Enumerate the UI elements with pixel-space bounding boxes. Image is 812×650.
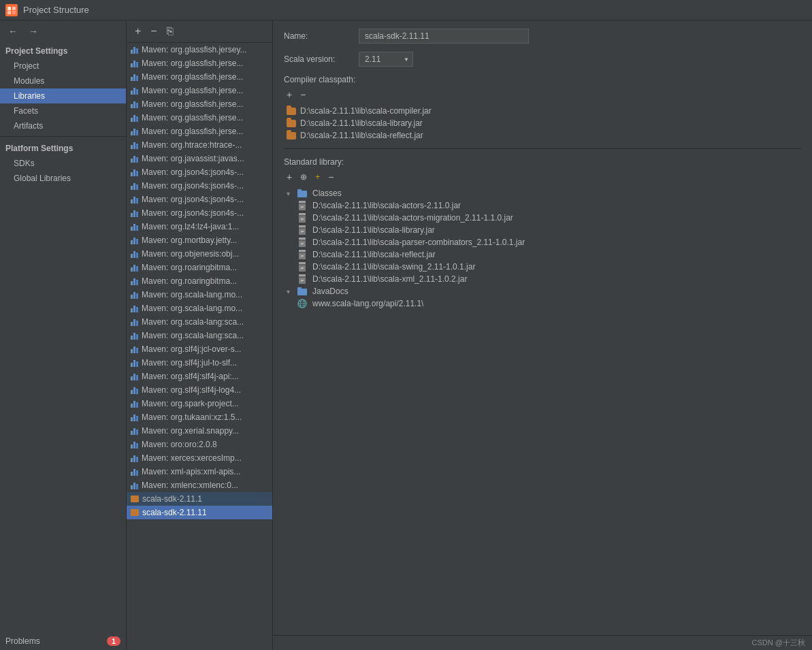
back-button[interactable]: ← [5, 25, 20, 38]
sidebar-item-facets[interactable]: Facets [0, 103, 126, 118]
remove-classpath-button[interactable]: − [297, 88, 308, 101]
project-settings-header: Project Settings [0, 42, 126, 59]
standard-library-toolbar: + ⊕ + − [284, 171, 801, 183]
lib-toolbar: + − ⎘ [127, 20, 272, 43]
javadocs-group: ▾ JavaDocs [284, 285, 801, 297]
remove-stdlib-button[interactable]: − [325, 171, 336, 183]
sidebar-item-project[interactable]: Project [0, 59, 126, 74]
bottom-bar: CSDN @十三秋 [273, 635, 812, 650]
list-item[interactable]: Maven: org.glassfish.jersey... [127, 43, 272, 56]
svg-rect-6 [297, 189, 302, 191]
list-item[interactable]: Maven: org.slf4j:jul-to-slf... [127, 356, 272, 370]
list-item[interactable]: Maven: xmlenc:xmlenc:0... [127, 478, 272, 492]
jar-item-3: jar D:\scala-2.11.1\lib\scala-library.ja… [284, 224, 801, 236]
list-item[interactable]: Maven: org.json4s:json4s-... [127, 179, 272, 193]
classes-toggle[interactable]: ▾ [287, 190, 295, 197]
svg-rect-3 [7, 11, 11, 14]
add-stdlib-button[interactable]: + [284, 171, 295, 183]
list-item[interactable]: Maven: org.scala-lang:sca... [127, 329, 272, 342]
list-item[interactable]: Maven: org.slf4j:slf4j-log4... [127, 383, 272, 397]
remove-library-button[interactable]: − [148, 25, 159, 38]
list-item[interactable]: Maven: org.tukaani:xz:1.5... [127, 410, 272, 424]
svg-text:jar: jar [300, 242, 304, 245]
svg-text:jar: jar [300, 266, 304, 270]
jar-icon: jar [297, 250, 307, 259]
problems-row[interactable]: Problems 1 [0, 632, 126, 650]
jar-item-5: jar D:\scala-2.11.1\lib\scala-reflect.ja… [284, 248, 801, 261]
javadocs-toggle[interactable]: ▾ [287, 288, 295, 295]
list-item[interactable]: Maven: org.slf4j:slf4j-api:... [127, 370, 272, 383]
scala-version-row: Scala version: 2.11 2.12 2.10 [284, 52, 801, 67]
jar-icon: jar [297, 213, 307, 223]
list-item[interactable]: Maven: org.javassist:javas... [127, 152, 272, 165]
svg-rect-21 [299, 240, 306, 241]
scala-sdk-2-item[interactable]: scala-sdk-2.11.11 [127, 506, 272, 519]
standard-library-title: Standard library: [284, 157, 801, 167]
sidebar: ← → Project Settings Project Modules Lib… [0, 20, 127, 650]
folder-icon [287, 132, 296, 140]
svg-rect-13 [299, 215, 306, 216]
list-item[interactable]: Maven: org.scala-lang.mo... [127, 288, 272, 302]
list-item[interactable]: Maven: org.htrace:htrace-... [127, 138, 272, 152]
list-item[interactable]: Maven: oro:oro:2.0.8 [127, 438, 272, 451]
divider [284, 148, 801, 149]
list-item[interactable]: Maven: org.glassfish.jerse... [127, 125, 272, 138]
list-item[interactable]: Maven: xerces:xercesImp... [127, 451, 272, 465]
svg-rect-25 [299, 252, 306, 253]
list-item[interactable]: Maven: org.roaringbitma... [127, 274, 272, 288]
list-item[interactable]: Maven: org.scala-lang.mo... [127, 302, 272, 315]
list-item[interactable]: Maven: org.slf4j:jcl-over-s... [127, 342, 272, 356]
svg-text:jar: jar [300, 217, 304, 221]
sidebar-item-libraries[interactable]: Libraries [0, 88, 126, 103]
list-item[interactable]: Maven: org.spark-project... [127, 397, 272, 410]
scala-version-select[interactable]: 2.11 2.12 2.10 [359, 52, 413, 67]
sidebar-item-modules[interactable]: Modules [0, 74, 126, 88]
add-stdlib-folder-button[interactable]: + [312, 172, 323, 182]
svg-rect-2 [12, 7, 16, 10]
name-label: Name: [284, 31, 352, 41]
list-item[interactable]: Maven: org.glassfish.jerse... [127, 70, 272, 84]
right-content: Name: Scala version: 2.11 2.12 2.10 Comp… [273, 20, 812, 635]
list-item[interactable]: Maven: org.scala-lang:sca... [127, 315, 272, 329]
list-item[interactable]: Maven: org.glassfish.jerse... [127, 97, 272, 111]
classpath-item-1: D:\scala-2.11.1\lib\scala-compiler.jar [284, 105, 801, 117]
right-panel: Name: Scala version: 2.11 2.12 2.10 Comp… [273, 20, 812, 650]
list-item[interactable]: Maven: org.mortbay.jetty... [127, 233, 272, 247]
scala-version-label: Scala version: [284, 54, 352, 64]
add-library-button[interactable]: + [132, 25, 144, 38]
list-item[interactable]: Maven: org.json4s:json4s-... [127, 206, 272, 220]
list-item[interactable]: Maven: org.glassfish.jerse... [127, 111, 272, 125]
javadocs-folder-icon [297, 287, 307, 296]
problems-badge: 1 [107, 636, 120, 646]
library-panel: + − ⎘ Maven: org.glassfish.jersey... Mav… [127, 20, 273, 650]
add-stdlib-alt-button[interactable]: ⊕ [297, 172, 310, 182]
classpath-item-2: D:\scala-2.11.1\lib\scala-library.jar [284, 117, 801, 129]
sidebar-item-sdks[interactable]: SDKs [0, 156, 126, 171]
classpath-item-3: D:\scala-2.11.1\lib\scala-reflect.jar [284, 129, 801, 142]
copy-library-button[interactable]: ⎘ [164, 25, 176, 38]
list-item[interactable]: Maven: org.glassfish.jerse... [127, 56, 272, 70]
scala-sdk-1-item[interactable]: scala-sdk-2.11.1 [127, 492, 272, 506]
list-item[interactable]: Maven: org.glassfish.jerse... [127, 84, 272, 97]
svg-rect-36 [297, 287, 302, 289]
list-item[interactable]: Maven: org.objenesis:obj... [127, 247, 272, 261]
list-item[interactable]: Maven: xml-apis:xml-apis... [127, 465, 272, 478]
svg-rect-1 [7, 7, 11, 10]
library-list: Maven: org.glassfish.jersey... Maven: or… [127, 43, 272, 650]
sidebar-item-global-libraries[interactable]: Global Libraries [0, 171, 126, 186]
sidebar-item-artifacts[interactable]: Artifacts [0, 118, 126, 133]
list-item[interactable]: Maven: org.roaringbitma... [127, 261, 272, 274]
jar-item-2: jar D:\scala-2.11.1\lib\scala-actors-mig… [284, 212, 801, 224]
svg-text:jar: jar [300, 229, 304, 233]
add-classpath-button[interactable]: + [284, 88, 295, 101]
name-input[interactable] [359, 29, 529, 44]
sidebar-nav: ← → [0, 20, 126, 42]
list-item[interactable]: Maven: org.json4s:json4s-... [127, 165, 272, 179]
forward-button[interactable]: → [26, 25, 41, 38]
svg-text:jar: jar [300, 254, 304, 257]
list-item[interactable]: Maven: org.json4s:json4s-... [127, 193, 272, 206]
jar-icon: jar [297, 225, 307, 235]
platform-settings-header: Platform Settings [0, 140, 126, 156]
list-item[interactable]: Maven: org.lz4:lz4-java:1... [127, 220, 272, 233]
list-item[interactable]: Maven: org.xerial.snappy... [127, 424, 272, 438]
